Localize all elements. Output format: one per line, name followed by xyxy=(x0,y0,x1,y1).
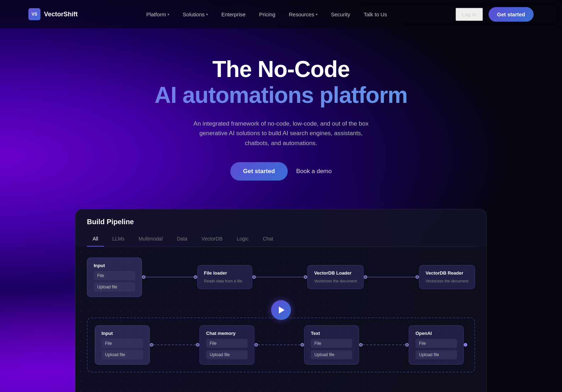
node-input-2-upload: Upload file xyxy=(101,350,143,359)
connector-dot xyxy=(142,275,145,279)
node-chat-memory-file: File xyxy=(206,339,248,348)
node-text-title: Text xyxy=(311,331,352,336)
hero-buttons: Get started Book a demo xyxy=(7,162,555,181)
chevron-down-icon: ▾ xyxy=(167,12,169,16)
connector-dot xyxy=(252,275,256,279)
node-input-1-title: Input xyxy=(94,263,135,268)
node-input-1-upload: Upload file xyxy=(94,282,135,292)
node-chat-memory: Chat memory File Upload file xyxy=(199,325,254,365)
get-started-hero-button[interactable]: Get started xyxy=(230,162,288,181)
connector-dot xyxy=(304,275,307,279)
nav-item-pricing[interactable]: Pricing xyxy=(253,9,281,20)
node-text-upload: Upload file xyxy=(311,350,352,359)
node-vectordb-reader-title: VectorDB Reader xyxy=(426,270,468,276)
connector-dot xyxy=(254,343,258,347)
node-chat-memory-title: Chat memory xyxy=(206,331,248,336)
node-openai-upload: Upload file xyxy=(415,350,457,359)
node-text-file: File xyxy=(311,339,352,348)
tab-vectordb[interactable]: VectorDB xyxy=(196,233,228,247)
hero-title-line2: AI automations platform xyxy=(7,82,555,109)
connector-line xyxy=(256,277,304,277)
node-input-2: Input File Upload file xyxy=(95,325,150,365)
connector-dot xyxy=(415,275,419,279)
node-vectordb-loader-desc: Vectorizes the document xyxy=(314,278,357,284)
nav-actions: Log in Get started xyxy=(456,7,534,22)
node-vectordb-loader-title: VectorDB Loader xyxy=(314,270,357,276)
login-button[interactable]: Log in xyxy=(456,8,483,21)
nav-item-platform[interactable]: Platform ▾ xyxy=(140,9,175,20)
chevron-down-icon: ▾ xyxy=(206,12,208,16)
chevron-down-icon: ▾ xyxy=(316,12,318,16)
connector-dashed xyxy=(258,344,301,345)
hero-title-line1: The No-Code xyxy=(7,57,555,82)
logo[interactable]: VS VectorShift xyxy=(28,8,78,20)
get-started-nav-button[interactable]: Get started xyxy=(489,7,534,22)
hero-subtitle: An integrated framework of no-code, low-… xyxy=(189,119,373,148)
nav-item-resources[interactable]: Resources ▾ xyxy=(283,9,323,20)
node-openai: OpenAI File Upload file xyxy=(409,325,464,365)
nav-item-enterprise[interactable]: Enterprise xyxy=(216,9,251,20)
node-vectordb-reader-desc: Vectorizes the document xyxy=(426,278,468,284)
node-vectordb-loader: VectorDB Loader Vectorizes the document xyxy=(307,265,363,289)
pipeline-section: Build Pipeline All LLMs Multimodal Data … xyxy=(68,209,494,392)
node-file-loader-desc: Reads data from a file xyxy=(204,278,246,284)
connector-line xyxy=(367,277,415,277)
pipeline-row-2-wrapper: Input File Upload file Chat memory File … xyxy=(87,318,475,372)
tab-logic[interactable]: Logic xyxy=(231,233,254,247)
pipeline-rows: Input File Upload file File loader Reads… xyxy=(87,258,475,372)
navbar: VS VectorShift Platform ▾ Solutions ▾ En… xyxy=(0,0,562,28)
pipeline-row-2: Input File Upload file Chat memory File … xyxy=(95,325,467,365)
node-chat-memory-upload: Upload file xyxy=(206,350,248,359)
tab-data[interactable]: Data xyxy=(171,233,193,247)
connector-dot xyxy=(301,343,304,347)
connector-dot xyxy=(150,343,153,347)
tab-multimodal[interactable]: Multimodal xyxy=(133,233,169,247)
connector-dot xyxy=(194,275,197,279)
connector-dot xyxy=(196,343,199,347)
tab-chat[interactable]: Chat xyxy=(257,233,279,247)
logo-icon: VS xyxy=(28,8,40,20)
pipeline-canvas: Input File Upload file File loader Reads… xyxy=(76,247,486,392)
connector-dot xyxy=(464,343,467,347)
node-openai-file: File xyxy=(415,339,457,348)
connector-dashed xyxy=(363,344,405,345)
node-input-2-file: File xyxy=(101,339,143,348)
nav-item-security[interactable]: Security xyxy=(325,9,356,20)
node-openai-title: OpenAI xyxy=(415,331,457,336)
node-vectordb-reader: VectorDB Reader Vectorizes the document xyxy=(419,265,475,289)
connector-line xyxy=(145,277,194,277)
node-file-loader: File loader Reads data from a file xyxy=(197,265,252,289)
pipeline-card: Build Pipeline All LLMs Multimodal Data … xyxy=(75,209,487,392)
brand-name: VectorShift xyxy=(44,11,78,18)
book-demo-button[interactable]: Book a demo xyxy=(296,168,332,175)
pipeline-row-1: Input File Upload file File loader Reads… xyxy=(87,258,475,297)
nav-item-solutions[interactable]: Solutions ▾ xyxy=(177,9,214,20)
node-input-1: Input File Upload file xyxy=(87,258,142,297)
connector-dashed xyxy=(153,344,196,345)
connector-dot xyxy=(405,343,409,347)
nav-item-talk-to-us[interactable]: Talk to Us xyxy=(358,9,393,20)
node-file-loader-title: File loader xyxy=(204,270,246,276)
node-input-1-file: File xyxy=(94,271,135,280)
play-button[interactable] xyxy=(271,300,291,320)
pipeline-header: Build Pipeline All LLMs Multimodal Data … xyxy=(76,209,486,247)
node-input-2-title: Input xyxy=(101,331,143,336)
tab-llms[interactable]: LLMs xyxy=(107,233,130,247)
pipeline-tabs: All LLMs Multimodal Data VectorDB Logic … xyxy=(87,233,475,247)
node-text: Text File Upload file xyxy=(304,325,359,365)
play-icon xyxy=(279,307,285,314)
hero-section: The No-Code AI automations platform An i… xyxy=(0,28,562,202)
nav-links: Platform ▾ Solutions ▾ Enterprise Pricin… xyxy=(140,9,393,20)
tab-all[interactable]: All xyxy=(87,233,104,247)
pipeline-title: Build Pipeline xyxy=(87,218,475,226)
connector-dot xyxy=(359,343,363,347)
connector-dot xyxy=(364,275,367,279)
